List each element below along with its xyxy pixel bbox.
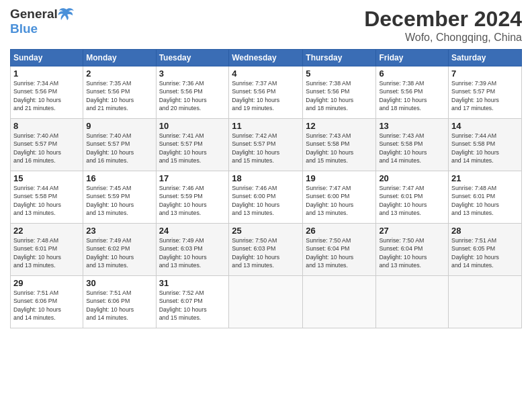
day-info: Sunrise: 7:41 AMSunset: 5:57 PMDaylight:… [159, 132, 207, 164]
day-info: Sunrise: 7:37 AMSunset: 5:56 PMDaylight:… [232, 80, 279, 111]
calendar-day-cell: 10 Sunrise: 7:41 AMSunset: 5:57 PMDaylig… [156, 119, 229, 171]
day-info: Sunrise: 7:42 AMSunset: 5:57 PMDaylight:… [232, 132, 279, 164]
day-info: Sunrise: 7:38 AMSunset: 5:56 PMDaylight:… [379, 80, 427, 111]
calendar-week-row: 15 Sunrise: 7:44 AMSunset: 5:58 PMDaylig… [11, 171, 522, 224]
day-info: Sunrise: 7:43 AMSunset: 5:58 PMDaylight:… [306, 132, 353, 164]
day-info: Sunrise: 7:44 AMSunset: 5:58 PMDaylight:… [13, 185, 61, 216]
day-number: 19 [306, 173, 373, 183]
calendar-day-cell: 22 Sunrise: 7:48 AMSunset: 6:01 PMDaylig… [11, 224, 83, 276]
day-info: Sunrise: 7:45 AMSunset: 5:59 PMDaylight:… [86, 185, 134, 216]
calendar-day-cell: 13 Sunrise: 7:43 AMSunset: 5:58 PMDaylig… [376, 119, 449, 171]
day-info: Sunrise: 7:43 AMSunset: 5:58 PMDaylight:… [379, 132, 427, 164]
day-number: 2 [86, 68, 152, 79]
day-number: 27 [379, 226, 445, 236]
day-number: 24 [159, 226, 226, 236]
day-info: Sunrise: 7:52 AMSunset: 6:07 PMDaylight:… [159, 289, 207, 321]
calendar-day-cell: 29 Sunrise: 7:51 AMSunset: 6:06 PMDaylig… [11, 276, 83, 328]
day-info: Sunrise: 7:46 AMSunset: 6:00 PMDaylight:… [232, 185, 279, 216]
day-info: Sunrise: 7:40 AMSunset: 5:57 PMDaylight:… [13, 132, 61, 164]
day-number: 31 [159, 278, 226, 288]
calendar-week-row: 8 Sunrise: 7:40 AMSunset: 5:57 PMDayligh… [11, 119, 522, 171]
calendar-day-cell: 1 Sunrise: 7:34 AMSunset: 5:56 PMDayligh… [11, 66, 83, 119]
logo-general-text: General [10, 7, 58, 21]
day-info: Sunrise: 7:36 AMSunset: 5:56 PMDaylight:… [159, 80, 207, 111]
day-number: 15 [13, 173, 80, 183]
calendar-day-cell: 2 Sunrise: 7:35 AMSunset: 5:56 PMDayligh… [83, 66, 156, 119]
logo: General Blue [10, 7, 75, 36]
day-number: 12 [306, 121, 373, 131]
day-info: Sunrise: 7:50 AMSunset: 6:04 PMDaylight:… [306, 237, 353, 269]
calendar-header-row: Sunday Monday Tuesday Wednesday Thursday… [11, 50, 522, 66]
calendar-day-cell: 6 Sunrise: 7:38 AMSunset: 5:56 PMDayligh… [376, 66, 449, 119]
day-number: 8 [13, 121, 80, 131]
header-wednesday: Wednesday [229, 50, 303, 66]
day-info: Sunrise: 7:47 AMSunset: 6:00 PMDaylight:… [306, 185, 353, 216]
calendar-day-cell: 11 Sunrise: 7:42 AMSunset: 5:57 PMDaylig… [229, 119, 303, 171]
main-title: December 2024 [364, 7, 522, 32]
day-number: 9 [86, 121, 152, 131]
logo-bird-icon [58, 7, 75, 21]
calendar-week-row: 29 Sunrise: 7:51 AMSunset: 6:06 PMDaylig… [11, 276, 522, 328]
day-number: 7 [451, 68, 519, 79]
calendar-day-cell: 12 Sunrise: 7:43 AMSunset: 5:58 PMDaylig… [303, 119, 376, 171]
calendar-day-cell: 15 Sunrise: 7:44 AMSunset: 5:58 PMDaylig… [11, 171, 83, 224]
day-number: 20 [379, 173, 445, 183]
calendar-day-cell [376, 276, 449, 328]
calendar-day-cell: 18 Sunrise: 7:46 AMSunset: 6:00 PMDaylig… [229, 171, 303, 224]
day-info: Sunrise: 7:51 AMSunset: 6:06 PMDaylight:… [86, 289, 134, 321]
day-number: 14 [451, 121, 519, 131]
calendar-day-cell: 4 Sunrise: 7:37 AMSunset: 5:56 PMDayligh… [229, 66, 303, 119]
day-number: 16 [86, 173, 152, 183]
day-info: Sunrise: 7:46 AMSunset: 5:59 PMDaylight:… [159, 185, 207, 216]
calendar-day-cell: 16 Sunrise: 7:45 AMSunset: 5:59 PMDaylig… [83, 171, 156, 224]
day-number: 25 [232, 226, 300, 236]
day-number: 28 [451, 226, 519, 236]
calendar-day-cell: 30 Sunrise: 7:51 AMSunset: 6:06 PMDaylig… [83, 276, 156, 328]
day-number: 26 [306, 226, 373, 236]
header-monday: Monday [83, 50, 156, 66]
calendar-day-cell: 21 Sunrise: 7:48 AMSunset: 6:01 PMDaylig… [449, 171, 522, 224]
day-info: Sunrise: 7:49 AMSunset: 6:03 PMDaylight:… [159, 237, 207, 269]
header-sunday: Sunday [11, 50, 83, 66]
day-number: 13 [379, 121, 445, 131]
calendar-day-cell: 20 Sunrise: 7:47 AMSunset: 6:01 PMDaylig… [376, 171, 449, 224]
header-thursday: Thursday [303, 50, 376, 66]
day-info: Sunrise: 7:49 AMSunset: 6:02 PMDaylight:… [86, 237, 134, 269]
day-info: Sunrise: 7:50 AMSunset: 6:03 PMDaylight:… [232, 237, 279, 269]
calendar-day-cell: 28 Sunrise: 7:51 AMSunset: 6:05 PMDaylig… [449, 224, 522, 276]
day-info: Sunrise: 7:47 AMSunset: 6:01 PMDaylight:… [379, 185, 427, 216]
day-info: Sunrise: 7:34 AMSunset: 5:56 PMDaylight:… [13, 80, 61, 111]
day-number: 11 [232, 121, 300, 131]
calendar-day-cell [229, 276, 303, 328]
calendar-day-cell: 3 Sunrise: 7:36 AMSunset: 5:56 PMDayligh… [156, 66, 229, 119]
day-info: Sunrise: 7:48 AMSunset: 6:01 PMDaylight:… [451, 185, 499, 216]
day-number: 22 [13, 226, 80, 236]
calendar-day-cell [303, 276, 376, 328]
day-info: Sunrise: 7:38 AMSunset: 5:56 PMDaylight:… [306, 80, 353, 111]
page-header: General Blue December 2024 Wofo, Chongqi… [10, 7, 522, 44]
calendar-day-cell: 14 Sunrise: 7:44 AMSunset: 5:58 PMDaylig… [449, 119, 522, 171]
calendar-day-cell: 8 Sunrise: 7:40 AMSunset: 5:57 PMDayligh… [11, 119, 83, 171]
calendar-day-cell: 5 Sunrise: 7:38 AMSunset: 5:56 PMDayligh… [303, 66, 376, 119]
header-saturday: Saturday [449, 50, 522, 66]
subtitle: Wofo, Chongqing, China [364, 32, 522, 44]
day-number: 23 [86, 226, 152, 236]
day-info: Sunrise: 7:51 AMSunset: 6:06 PMDaylight:… [13, 289, 61, 321]
day-number: 6 [379, 68, 445, 79]
calendar-week-row: 1 Sunrise: 7:34 AMSunset: 5:56 PMDayligh… [11, 66, 522, 119]
day-info: Sunrise: 7:44 AMSunset: 5:58 PMDaylight:… [451, 132, 499, 164]
day-info: Sunrise: 7:51 AMSunset: 6:05 PMDaylight:… [451, 237, 499, 269]
title-section: December 2024 Wofo, Chongqing, China [364, 7, 522, 44]
day-number: 5 [306, 68, 373, 79]
calendar-day-cell: 26 Sunrise: 7:50 AMSunset: 6:04 PMDaylig… [303, 224, 376, 276]
page-container: General Blue December 2024 Wofo, Chongqi… [0, 0, 532, 411]
day-number: 10 [159, 121, 226, 131]
calendar-day-cell [449, 276, 522, 328]
day-number: 29 [13, 278, 80, 288]
calendar-day-cell: 9 Sunrise: 7:40 AMSunset: 5:57 PMDayligh… [83, 119, 156, 171]
day-number: 4 [232, 68, 300, 79]
logo-blue-text: Blue [10, 21, 38, 36]
calendar-day-cell: 19 Sunrise: 7:47 AMSunset: 6:00 PMDaylig… [303, 171, 376, 224]
calendar-day-cell: 7 Sunrise: 7:39 AMSunset: 5:57 PMDayligh… [449, 66, 522, 119]
calendar-day-cell: 31 Sunrise: 7:52 AMSunset: 6:07 PMDaylig… [156, 276, 229, 328]
